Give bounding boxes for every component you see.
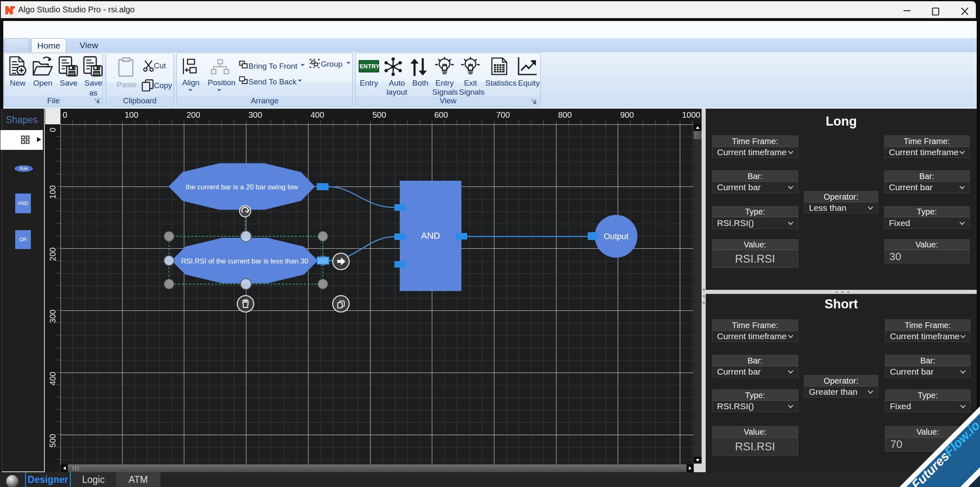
svg-text:Output: Output [604, 232, 628, 241]
svg-text:RSI.RSI of the current bar is: RSI.RSI of the current bar is less than … [181, 257, 308, 265]
svg-text:AND: AND [421, 231, 440, 241]
svg-text:Rule: Rule [19, 166, 28, 171]
svg-text:the current bar is a 20 bar sw: the current bar is a 20 bar swing low [185, 183, 298, 191]
